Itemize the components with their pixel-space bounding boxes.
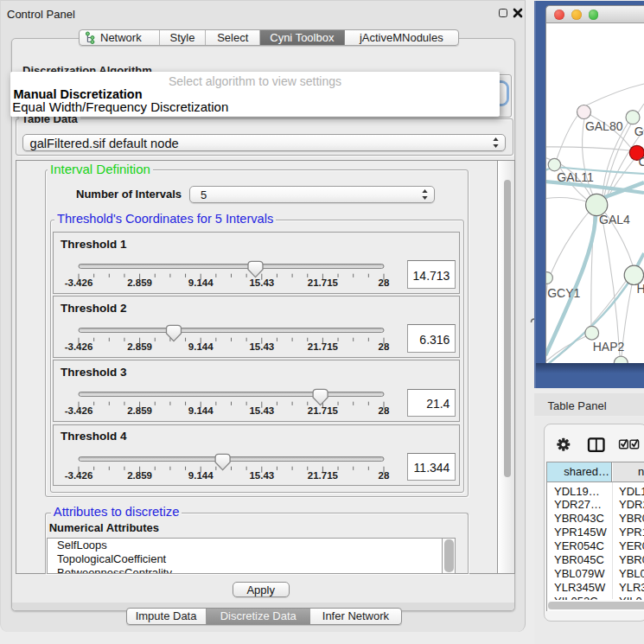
svg-text:28: 28 — [379, 277, 390, 288]
svg-text:9.144: 9.144 — [188, 469, 214, 480]
svg-text:15.43: 15.43 — [249, 341, 274, 352]
svg-text:21.715: 21.715 — [308, 341, 339, 352]
svg-text:-3.426: -3.426 — [65, 341, 93, 352]
svg-text:21.715: 21.715 — [308, 277, 339, 288]
svg-text:21.715: 21.715 — [308, 469, 339, 480]
svg-text:H: H — [637, 282, 644, 296]
svg-text:GAL4: GAL4 — [599, 213, 630, 226]
svg-text:G.: G. — [634, 124, 644, 138]
svg-text:2.859: 2.859 — [127, 341, 152, 352]
svg-text:GAL80: GAL80 — [585, 119, 623, 133]
svg-text:15.43: 15.43 — [249, 277, 274, 288]
svg-text:2.859: 2.859 — [127, 469, 152, 480]
svg-text:-3.426: -3.426 — [65, 277, 93, 288]
svg-text:GAL11: GAL11 — [557, 170, 594, 184]
svg-text:28: 28 — [379, 341, 390, 352]
svg-text:-3.426: -3.426 — [65, 469, 93, 480]
svg-text:-3.426: -3.426 — [65, 405, 93, 416]
svg-text:9.144: 9.144 — [188, 405, 214, 416]
svg-text:21.715: 21.715 — [308, 405, 339, 416]
svg-text:15.43: 15.43 — [249, 405, 274, 416]
svg-text:15.43: 15.43 — [249, 469, 274, 480]
svg-text:28: 28 — [379, 469, 390, 480]
svg-text:2.859: 2.859 — [127, 277, 152, 288]
svg-text:9.144: 9.144 — [188, 341, 214, 352]
svg-text:HAP2: HAP2 — [593, 340, 625, 354]
svg-text:2.859: 2.859 — [127, 405, 152, 416]
svg-text:9.144: 9.144 — [188, 277, 214, 288]
svg-text:GCY1: GCY1 — [547, 286, 580, 300]
svg-text:C: C — [639, 155, 644, 169]
svg-text:28: 28 — [379, 405, 390, 416]
